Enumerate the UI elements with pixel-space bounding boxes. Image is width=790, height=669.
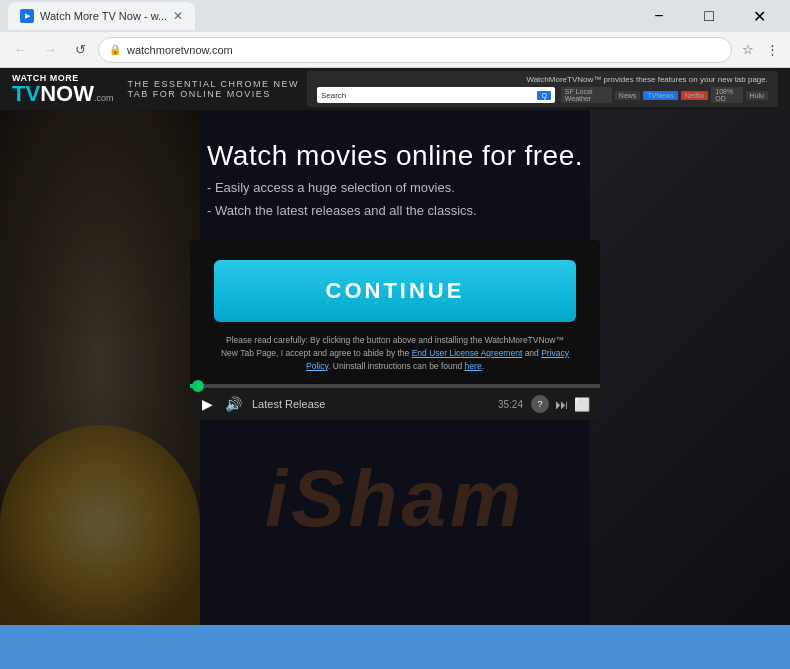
- eula-link[interactable]: End User License Agreement: [412, 348, 523, 358]
- continue-button[interactable]: CONTINUE: [214, 260, 576, 322]
- address-text: watchmoretvnow.com: [127, 44, 721, 56]
- tab-title: Watch More TV Now - w...: [40, 10, 167, 22]
- hero-bullet-1: - Easily access a huge selection of movi…: [207, 180, 583, 195]
- score-bookmark: 108% OD: [711, 87, 742, 103]
- player-title: Latest Release: [252, 398, 490, 410]
- tab-close-button[interactable]: ✕: [173, 9, 183, 23]
- tvnews-bookmark: TVNews: [643, 91, 677, 100]
- tab-favicon: [20, 9, 34, 23]
- player-right-buttons: ? ⏭ ⬜: [531, 395, 590, 413]
- fake-bookmarks: SF Local Weather News TVNews Netflix 108…: [561, 87, 768, 103]
- hero-title: Watch movies online for free.: [207, 140, 583, 172]
- hero-text: Watch movies online for free. - Easily a…: [207, 140, 583, 218]
- progress-bar[interactable]: [190, 384, 600, 388]
- fake-search-bar: Search Q: [317, 87, 555, 103]
- site-logo: WATCH MORE TV NOW .com: [12, 74, 113, 105]
- header-promo: WatchMoreTVNow™ provides these features …: [307, 71, 778, 107]
- window-controls: − □ ✕: [636, 2, 782, 30]
- progress-dot: [192, 380, 204, 392]
- netflix-bookmark: Netflix: [681, 91, 708, 100]
- video-modal: CONTINUE Please read carefully: By click…: [190, 240, 600, 420]
- menu-icon[interactable]: ⋮: [762, 40, 782, 60]
- promo-text: WatchMoreTVNow™ provides these features …: [526, 75, 768, 84]
- watermark: iSham: [265, 453, 525, 545]
- here-link[interactable]: here: [465, 361, 482, 371]
- disclaimer-text: Please read carefully: By clicking the b…: [214, 334, 576, 372]
- header-tagline: THE ESSENTIAL CHROME NEW TAB FOR ONLINE …: [127, 79, 307, 99]
- skip-button[interactable]: ⏭: [555, 397, 568, 412]
- hero-bullet-2: - Watch the latest releases and all the …: [207, 203, 583, 218]
- forward-button[interactable]: →: [38, 38, 62, 62]
- help-button[interactable]: ?: [531, 395, 549, 413]
- player-controls: ▶ 🔊 Latest Release 35:24 ? ⏭ ⬜: [190, 388, 600, 420]
- hulu-bookmark: Hulu: [746, 91, 768, 100]
- logo-now-text: NOW: [40, 83, 94, 105]
- title-bar: Watch More TV Now - w... ✕ − □ ✕: [0, 0, 790, 32]
- volume-button[interactable]: 🔊: [223, 394, 244, 414]
- bookmark-icon[interactable]: ☆: [738, 40, 758, 60]
- fake-search-button: Q: [537, 91, 550, 100]
- logo-com-text: .com: [94, 93, 114, 103]
- maximize-button[interactable]: □: [686, 2, 732, 30]
- hero-section: iSham Watch movies online for free. - Ea…: [0, 110, 790, 625]
- fullscreen-button[interactable]: ⬜: [574, 397, 590, 412]
- news-bookmark: News: [615, 91, 641, 100]
- modal-inner: CONTINUE Please read carefully: By click…: [190, 240, 600, 372]
- browser-chrome: Watch More TV Now - w... ✕ − □ ✕ ← → ↺ 🔒…: [0, 0, 790, 68]
- player-time: 35:24: [498, 399, 523, 410]
- nav-icons: ☆ ⋮: [738, 40, 782, 60]
- page-content: WATCH MORE TV NOW .com THE ESSENTIAL CHR…: [0, 68, 790, 625]
- play-button[interactable]: ▶: [200, 394, 215, 414]
- browser-tab[interactable]: Watch More TV Now - w... ✕: [8, 2, 195, 30]
- reload-button[interactable]: ↺: [68, 38, 92, 62]
- back-button[interactable]: ←: [8, 38, 32, 62]
- fake-search-placeholder: Search: [321, 91, 534, 100]
- close-button[interactable]: ✕: [736, 2, 782, 30]
- weather-bookmark: SF Local Weather: [561, 87, 612, 103]
- video-player: ▶ 🔊 Latest Release 35:24 ? ⏭ ⬜: [190, 384, 600, 420]
- minimize-button[interactable]: −: [636, 2, 682, 30]
- logo-tv-text: TV: [12, 83, 40, 105]
- nav-bar: ← → ↺ 🔒 watchmoretvnow.com ☆ ⋮: [0, 32, 790, 68]
- lock-icon: 🔒: [109, 44, 121, 55]
- site-header: WATCH MORE TV NOW .com THE ESSENTIAL CHR…: [0, 68, 790, 110]
- address-bar[interactable]: 🔒 watchmoretvnow.com: [98, 37, 732, 63]
